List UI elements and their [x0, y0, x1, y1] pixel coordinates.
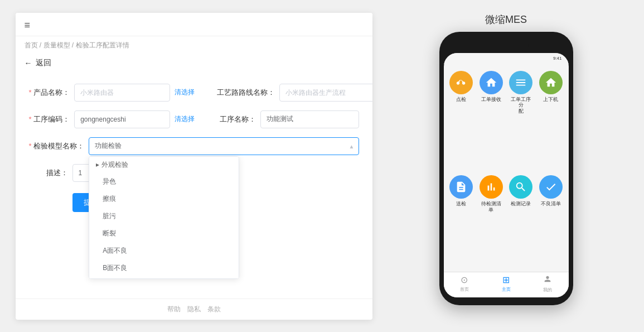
model-select-input[interactable]: [89, 137, 359, 155]
app-icon-dianjian: [449, 71, 473, 94]
app-label-dianjian: 点检: [456, 97, 466, 103]
phone-nav-profile[interactable]: 我的: [527, 275, 569, 293]
breadcrumb-quality[interactable]: 质量模型: [43, 41, 70, 49]
app-icon-jianjilu: [509, 175, 532, 199]
app-item-daijian[interactable]: 待检测清单: [479, 175, 503, 268]
phone-nav-main-icon: ⊞: [502, 275, 510, 285]
dropdown-item-yise[interactable]: 异色: [89, 173, 239, 190]
dropdown-group2-label: ▸ 功能检验: [89, 277, 239, 279]
phone-nav-profile-icon: [543, 275, 552, 286]
app-label-shangxia: 上下机: [543, 97, 558, 103]
dropdown-item-caheng[interactable]: 擦痕: [89, 190, 239, 208]
app-icon-songjian: [449, 175, 473, 199]
help-link[interactable]: 帮助: [167, 305, 181, 314]
app-item-jianjilu[interactable]: 检测记录: [509, 175, 534, 268]
main-container: ≡ 首页 / 质量模型 / 检验工序配置详情 ← 返回 产品名称： 清选择 工: [16, 13, 629, 320]
app-label-jianjilu: 检测记录: [511, 201, 531, 207]
product-group: 产品名称： 清选择: [29, 84, 195, 102]
phone-nav-home[interactable]: ⊙ 首页: [444, 275, 486, 293]
app-label-daijian: 待检测清单: [479, 201, 503, 213]
form-row-1: 产品名称： 清选择 工艺路路线名称：: [29, 84, 359, 102]
product-select-link[interactable]: 清选择: [175, 88, 195, 97]
web-panel: ≡ 首页 / 质量模型 / 检验工序配置详情 ← 返回 产品名称： 清选择 工: [16, 13, 372, 320]
process-name-input[interactable]: [260, 110, 359, 128]
process-code-select-link[interactable]: 清选择: [175, 114, 195, 124]
dropdown-menu: ▸ 外观检验 异色 擦痕 脏污 断裂 A面不良 B面不良 ▸ 功能检验: [89, 156, 239, 279]
form-row-3: 检验模型名称： ▲ ▸ 外观检验 异色 擦痕 脏污: [29, 137, 359, 155]
phone-content: 点检 工单接收: [444, 64, 569, 272]
terms-link[interactable]: 条款: [207, 305, 221, 314]
process-line-group: 工艺路路线名称：: [217, 84, 372, 102]
phone-nav-main-label: 主页: [502, 286, 511, 292]
dropdown-group1-label: ▸ 外观检验: [89, 157, 239, 173]
app-item-songjian[interactable]: 送检: [449, 175, 474, 268]
dropdown-arrow1: ▸: [96, 161, 101, 169]
product-input[interactable]: [74, 84, 170, 102]
phone-nav-profile-label: 我的: [543, 287, 552, 293]
process-code-group: 工序编码： 清选择: [29, 110, 195, 128]
phone-screen: 9:41 点检: [444, 53, 569, 297]
breadcrumb-sep1: /: [40, 41, 43, 49]
app-label-gongjie: 工单接收: [481, 97, 501, 103]
phone-nav-home-label: 首页: [460, 286, 469, 292]
app-label-buliang: 不良清单: [541, 201, 561, 207]
app-grid: 点检 工单接收: [449, 71, 563, 268]
app-label-songjian: 送检: [456, 201, 466, 207]
app-item-buliang[interactable]: 不良清单: [539, 175, 563, 268]
app-icon-gongjie: [480, 71, 503, 94]
web-header: ≡: [16, 13, 372, 36]
web-footer: 帮助 隐私 条款: [16, 299, 372, 320]
app-item-shangxia[interactable]: 上下机: [539, 71, 563, 170]
app-icon-buliang: [539, 175, 563, 199]
phone-mockup: 9:41 点检: [439, 32, 573, 305]
desc-label: 描述：: [29, 168, 68, 178]
phone-label: 微缩MES: [485, 13, 527, 26]
dropdown-item-zangwu[interactable]: 脏污: [89, 208, 239, 225]
phone-nav-main[interactable]: ⊞ 主页: [485, 275, 527, 293]
process-code-label: 工序编码：: [29, 114, 70, 124]
form-area: 产品名称： 清选择 工艺路路线名称： 工序编码： 清选择 工序名称：: [16, 75, 372, 299]
back-label: 返回: [36, 58, 51, 68]
dropdown-item-bmian[interactable]: B面不良: [89, 259, 239, 277]
dropdown-item-duanlie[interactable]: 断裂: [89, 225, 239, 242]
breadcrumb: 首页 / 质量模型 / 检验工序配置详情: [16, 36, 372, 55]
product-label: 产品名称：: [29, 88, 70, 98]
model-group: 检验模型名称： ▲ ▸ 外观检验 异色 擦痕 脏污: [29, 137, 359, 155]
process-name-label: 工序名称：: [217, 114, 256, 124]
phone-area: 微缩MES 9:41 点检: [384, 13, 629, 305]
app-item-dianjian[interactable]: 点检: [449, 71, 474, 170]
process-code-input[interactable]: [74, 110, 170, 128]
back-button[interactable]: ← 返回: [16, 55, 372, 75]
breadcrumb-home[interactable]: 首页: [25, 41, 38, 49]
back-arrow-icon: ←: [25, 59, 32, 68]
phone-notch: [484, 40, 529, 51]
privacy-link[interactable]: 隐私: [187, 305, 201, 314]
dropdown-item-amian[interactable]: A面不良: [89, 242, 239, 259]
status-time: 9:41: [553, 56, 562, 61]
hamburger-icon[interactable]: ≡: [25, 20, 31, 31]
app-icon-daijian: [480, 175, 503, 199]
app-icon-gongpei: [509, 71, 532, 94]
phone-nav: ⊙ 首页 ⊞ 主页 我的: [444, 272, 569, 297]
process-line-input[interactable]: [279, 84, 372, 102]
breadcrumb-current: 检验工序配置详情: [76, 41, 129, 49]
app-item-gongpei[interactable]: 工单工序分配: [509, 71, 534, 170]
app-label-gongpei: 工单工序分配: [509, 97, 534, 114]
app-icon-shangxia: [539, 71, 563, 94]
model-select-wrapper: ▲ ▸ 外观检验 异色 擦痕 脏污 断裂 A面不良: [89, 137, 359, 155]
breadcrumb-sep2: /: [72, 41, 76, 49]
phone-status-bar: 9:41: [444, 53, 569, 64]
app-item-gongjie[interactable]: 工单接收: [479, 71, 503, 170]
phone-nav-home-icon: ⊙: [461, 275, 468, 285]
form-row-2: 工序编码： 清选择 工序名称：: [29, 110, 359, 128]
process-line-label: 工艺路路线名称：: [217, 88, 275, 98]
model-label: 检验模型名称：: [29, 141, 85, 151]
process-name-group: 工序名称：: [217, 110, 359, 128]
